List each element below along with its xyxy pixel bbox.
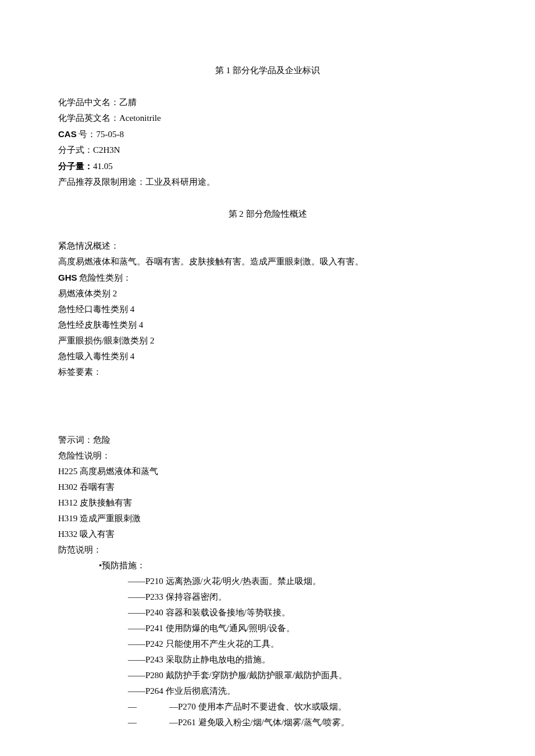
pictogram-placeholder [58, 380, 477, 432]
prevention-item: ——P210 远离热源/火花/明火/热表面。禁止吸烟。 [58, 574, 477, 589]
cas-row: CAS 号：75-05-8 [58, 126, 477, 142]
ghs-category-item: 严重眼损伤/眼刺激类别 2 [58, 333, 477, 349]
ghs-label-row: GHS 危险性类别： [58, 270, 477, 286]
label-elements: 标签要素： [58, 364, 477, 380]
rest-part: —P261 避免吸入粉尘/烟/气体/烟雾/蒸气/喷雾。 [169, 718, 349, 727]
hazard-statement-item: H312 皮肤接触有害 [58, 495, 477, 511]
prevention-item: ——P243 采取防止静电放电的措施。 [58, 652, 477, 668]
cas-value: 75-05-8 [96, 130, 124, 139]
prevention-heading-text: •预防措施： [99, 561, 145, 570]
english-name-value: Acetonitrile [119, 113, 161, 123]
mw-row: 分子量：41.05 [58, 158, 477, 174]
usage-value: 工业及科研用途。 [145, 177, 215, 187]
section-2-title: 第 2 部分危险性概述 [58, 206, 477, 222]
usage-label: 产品推荐及限制用途： [58, 177, 145, 187]
ghs-category-item: 急性经口毒性类别 4 [58, 302, 477, 317]
hazard-statement-item: H302 吞咽有害 [58, 479, 477, 495]
dash-part: — [128, 702, 137, 711]
mw-value: 41.05 [93, 162, 113, 171]
dash-part: — [128, 718, 137, 727]
prevention-item: ——P242 只能使用不产生火花的工具。 [58, 636, 477, 652]
usage-row: 产品推荐及限制用途：工业及科研用途。 [58, 174, 477, 190]
prevention-item: ——P241 使用防爆的电气/通风/照明/设备。 [58, 621, 477, 636]
cas-label: CAS [58, 129, 77, 139]
mw-label: 分子量： [58, 161, 93, 171]
formula-value: C2H3N [93, 145, 120, 155]
emergency-text: 高度易燃液体和蒸气。吞咽有害。皮肤接触有害。造成严重眼刺激。吸入有害。 [58, 254, 477, 270]
ghs-label: GHS [58, 273, 77, 282]
formula-row: 分子式：C2H3N [58, 142, 477, 158]
hazard-statement-label: 危险性说明： [58, 448, 477, 464]
prevention-item-spaced: ——P261 避免吸入粉尘/烟/气体/烟雾/蒸气/喷雾。 [58, 715, 477, 730]
prevention-item: ——P280 戴防护手套/穿防护服/戴防护眼罩/戴防护面具。 [58, 668, 477, 683]
rest-part: —P270 使用本产品时不要进食、饮水或吸烟。 [169, 702, 347, 711]
hazard-statement-item: H225 高度易燃液体和蒸气 [58, 464, 477, 479]
prevention-item-spaced: ——P270 使用本产品时不要进食、饮水或吸烟。 [58, 699, 477, 715]
signal-word-row: 警示词：危险 [58, 432, 477, 448]
signal-word-value: 危险 [93, 435, 110, 445]
cas-suffix: 号： [77, 130, 97, 139]
formula-label: 分子式： [58, 145, 93, 155]
ghs-suffix: 危险性类别： [77, 273, 132, 282]
chinese-name-label: 化学品中文名： [58, 98, 119, 107]
chinese-name-value: 乙腈 [119, 98, 137, 107]
english-name-label: 化学品英文名： [58, 113, 119, 123]
english-name-row: 化学品英文名：Acetonitrile [58, 110, 477, 126]
precaution-label: 防范说明： [58, 542, 477, 558]
ghs-category-item: 急性吸入毒性类别 4 [58, 349, 477, 364]
ghs-category-item: 易燃液体类别 2 [58, 286, 477, 302]
hazard-statement-item: H319 造成严重眼刺激 [58, 511, 477, 526]
ghs-category-item: 急性经皮肤毒性类别 4 [58, 317, 477, 333]
signal-word-label: 警示词： [58, 435, 93, 445]
section-1-title: 第 1 部分化学品及企业标识 [58, 63, 477, 78]
prevention-item: ——P233 保持容器密闭。 [58, 589, 477, 605]
hazard-statement-item: H332 吸入有害 [58, 526, 477, 542]
prevention-item: ——P264 作业后彻底清洗。 [58, 683, 477, 699]
prevention-item: ——P240 容器和装载设备接地/等势联接。 [58, 605, 477, 621]
chinese-name-row: 化学品中文名：乙腈 [58, 95, 477, 110]
prevention-heading: •预防措施： [58, 558, 477, 574]
emergency-label: 紧急情况概述： [58, 238, 477, 254]
